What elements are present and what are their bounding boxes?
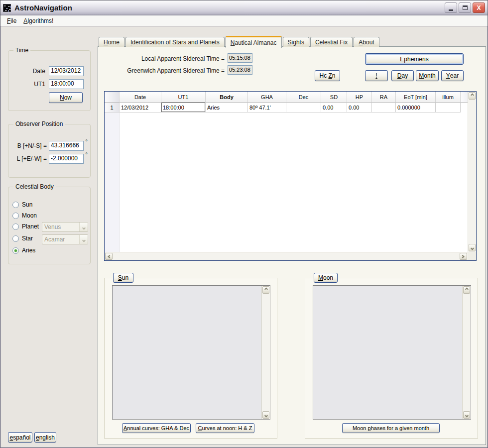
planet-combo: Venus — [42, 222, 88, 232]
annual-curves-button[interactable]: Annual curves: GHA & Dec — [122, 423, 191, 433]
tab-strip: Home Identification of Stars and Planets… — [99, 36, 379, 47]
radio-aries[interactable]: Aries — [12, 247, 35, 254]
tab-nautical-almanac[interactable]: Nautical Almanac — [226, 36, 282, 48]
menu-item-file[interactable]: File — [3, 16, 20, 25]
chevron-up-icon — [264, 288, 267, 291]
sun-button[interactable]: Sun — [113, 273, 133, 283]
radio-moon[interactable]: Moon — [12, 212, 37, 219]
tab-home[interactable]: Home — [99, 37, 124, 47]
grid-cell-dec[interactable] — [286, 103, 321, 112]
grid-rowheader-column — [105, 112, 120, 252]
english-button[interactable]: english — [34, 432, 56, 443]
last-value-field: 05:15:08 — [228, 53, 252, 63]
moon-list-scrollbar[interactable] — [462, 286, 471, 419]
scroll-right-button[interactable] — [460, 253, 467, 260]
chevron-up-icon — [465, 288, 468, 291]
close-button[interactable]: X — [473, 2, 485, 13]
radio-star[interactable]: Star — [12, 235, 33, 242]
grid-cell-hp[interactable]: 0.00 — [347, 103, 372, 112]
observer-position-groupbox: Observer Position B [+N/-S] = 43.316666 … — [8, 124, 91, 178]
grid-cell-body[interactable]: Aries — [206, 103, 248, 112]
grid-header-dec: Dec — [286, 92, 321, 103]
grid-header-row: Date UT1 Body GHA Dec SD HP RA EoT [min]… — [105, 92, 476, 103]
chevron-down-icon — [470, 246, 474, 250]
table-row: 1 12/03/2012 18:00:00 Aries 80º 47.1' 0.… — [105, 103, 476, 112]
radio-star-icon — [12, 235, 19, 242]
longitude-field[interactable]: -2.000000 — [49, 154, 84, 164]
grid-cell-date[interactable]: 12/03/2012 — [120, 103, 161, 112]
latitude-degree-label: º — [86, 139, 87, 144]
longitude-label: L [+E/-W] = — [8, 155, 47, 162]
sun-listbox[interactable] — [112, 285, 270, 420]
radio-sun[interactable]: Sun — [12, 201, 32, 208]
year-button[interactable]: Year — [441, 70, 464, 81]
radio-aries-label: Aries — [22, 247, 35, 254]
hc-zn-button[interactable]: Hc Zn — [315, 70, 340, 81]
chevron-up-icon — [470, 94, 474, 97]
grid-header-body: Body — [206, 92, 248, 103]
close-icon: X — [477, 5, 481, 11]
date-field[interactable]: 12/03/2012 — [49, 66, 84, 76]
tab-identification[interactable]: Identification of Stars and Planets — [125, 37, 225, 47]
moon-phases-button[interactable]: Moon phases for a given month — [342, 423, 440, 433]
gast-value-field: 05:23:08 — [228, 65, 252, 75]
sun-list-scrollbar[interactable] — [261, 286, 270, 419]
grid-cell-eot[interactable]: 0.000000 — [396, 103, 436, 112]
noon-curves-button[interactable]: Curves at noon: H & Z — [196, 423, 254, 433]
grid-horizontal-scrollbar[interactable] — [105, 252, 468, 260]
window-title: AstroNavigation — [14, 3, 443, 12]
grid-header-sd: SD — [321, 92, 347, 103]
ephemeris-button[interactable]: Ephemeris — [365, 53, 464, 65]
menu-bar: File Algorithms! — [0, 15, 488, 26]
minimize-button[interactable] — [445, 2, 457, 13]
radio-sun-label: Sun — [22, 201, 32, 208]
scroll-up-button[interactable] — [463, 286, 470, 294]
radio-planet[interactable]: Planet — [12, 223, 39, 230]
chevron-left-icon — [108, 254, 111, 258]
tab-celestial-fix[interactable]: Celestial Fix — [310, 37, 353, 47]
moon-button[interactable]: Moon — [314, 273, 338, 283]
now-button[interactable]: Now — [49, 92, 83, 103]
spanish-button[interactable]: español — [8, 432, 32, 443]
latitude-label: B [+N/-S] = — [8, 142, 47, 149]
nautical-almanac-page: Local Apparent Sidereal Time = 05:15:08 … — [98, 46, 486, 445]
radio-sun-icon — [12, 202, 19, 208]
grid-cell-illum[interactable] — [436, 103, 461, 112]
scroll-up-button[interactable] — [262, 286, 269, 294]
scroll-left-button[interactable] — [105, 253, 113, 260]
grid-cell-sd[interactable]: 0.00 — [321, 103, 347, 112]
planet-combo-value: Venus — [42, 223, 79, 231]
title-bar[interactable]: AstroNavigation X — [0, 0, 488, 15]
radio-moon-icon — [12, 213, 19, 219]
ut1-field[interactable]: 18:00:00 — [49, 79, 84, 89]
tab-sights[interactable]: Sights — [283, 37, 309, 47]
grid-header-ut1: UT1 — [161, 92, 206, 103]
scroll-down-button[interactable] — [262, 411, 269, 419]
scroll-up-button[interactable] — [469, 92, 476, 100]
scrollbar-corner — [468, 252, 476, 260]
maximize-button[interactable] — [459, 2, 471, 13]
grid-cell-gha[interactable]: 80º 47.1' — [248, 103, 286, 112]
radio-moon-label: Moon — [22, 212, 37, 219]
celestial-group-title: Celestial Body — [13, 183, 56, 190]
month-button[interactable]: Month — [416, 70, 439, 81]
tab-about[interactable]: About — [354, 37, 379, 47]
grid-cell-ra[interactable] — [372, 103, 396, 112]
grid-corner-cell — [105, 92, 120, 103]
grid-vertical-scrollbar[interactable] — [468, 92, 476, 252]
latitude-field[interactable]: 43.316666 — [49, 141, 84, 151]
scroll-down-button[interactable] — [469, 244, 476, 251]
grid-cell-ut1[interactable]: 18:00:00 — [161, 103, 206, 112]
scroll-down-button[interactable] — [463, 411, 470, 419]
moon-listbox[interactable] — [313, 285, 471, 420]
minimize-icon — [449, 9, 453, 11]
menu-item-algorithms[interactable]: Algorithms! — [20, 16, 57, 25]
chevron-down-icon — [264, 414, 267, 417]
planet-combo-dropdown-icon — [79, 223, 88, 231]
day-button[interactable]: Day — [391, 70, 414, 81]
grid-header-date: Date — [120, 92, 161, 103]
bang-button[interactable]: ! — [365, 70, 388, 81]
ut1-label: UT1 — [8, 81, 45, 88]
sun-panel: Annual curves: GHA & Dec Curves at noon:… — [104, 278, 277, 439]
star-combo-value: Acamar — [42, 235, 79, 244]
